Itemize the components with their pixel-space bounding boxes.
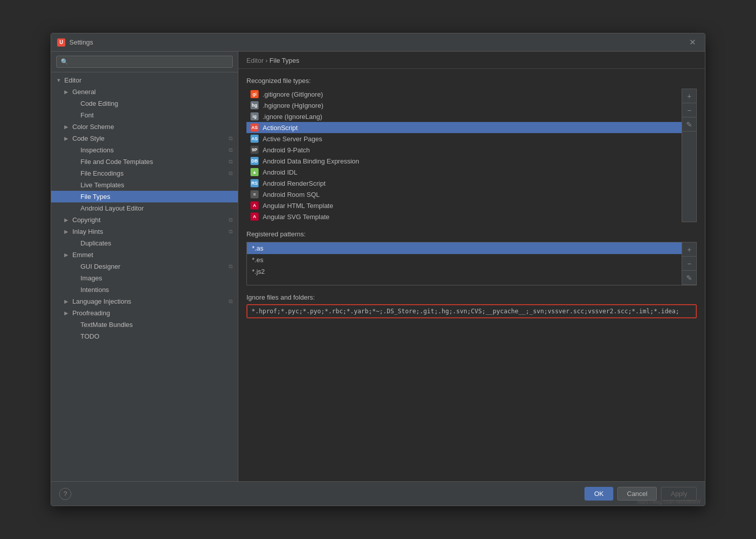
file-type-label-hgignore: .hgignore (HgIgnore) — [263, 102, 323, 109]
sidebar-item-todo[interactable]: TODO — [51, 330, 238, 342]
remove-file-type-button[interactable]: − — [682, 103, 696, 117]
file-type-icon-gitignore: gi — [250, 90, 259, 98]
sidebar-item-file-types[interactable]: File Types — [51, 191, 238, 202]
breadcrumb-separator: › — [266, 57, 270, 64]
sidebar-item-file-encodings[interactable]: File Encodings⧉ — [51, 168, 238, 179]
copy-icon-file-and-code-templates: ⧉ — [229, 158, 233, 165]
sidebar-item-label-duplicates: Duplicates — [80, 239, 111, 247]
sidebar-item-language-injections[interactable]: Language Injections⧉ — [51, 296, 238, 307]
file-type-item-hgignore[interactable]: hg.hgignore (HgIgnore) — [246, 100, 682, 111]
tree-arrow-color-scheme — [64, 124, 70, 130]
sidebar-item-textmate-bundles[interactable]: TextMate Bundles — [51, 319, 238, 330]
search-box — [51, 52, 238, 72]
cancel-button[interactable]: Cancel — [617, 487, 657, 501]
sidebar-item-live-templates[interactable]: Live Templates — [51, 179, 238, 191]
file-type-label-asp: Active Server Pages — [263, 135, 322, 143]
sidebar-item-inlay-hints[interactable]: Inlay Hints⧉ — [51, 226, 238, 237]
sidebar-item-font[interactable]: Font — [51, 109, 238, 121]
tree-arrow-copyright — [64, 217, 70, 223]
add-file-type-button[interactable]: + — [682, 89, 696, 103]
patterns-list[interactable]: *.as*.es*.js2 — [247, 242, 682, 285]
file-types-label: Recognized file types: — [246, 77, 697, 85]
tree-arrow-language-injections — [64, 299, 70, 304]
sidebar-item-android-layout-editor[interactable]: Android Layout Editor — [51, 202, 238, 214]
remove-pattern-button[interactable]: − — [682, 257, 696, 271]
sidebar: EditorGeneralCode EditingFontColor Schem… — [51, 52, 238, 481]
ignore-input[interactable] — [247, 305, 696, 317]
app-icon: U — [57, 38, 65, 47]
file-type-item-renderscript[interactable]: RSAndroid RenderScript — [246, 178, 682, 189]
sidebar-item-label-textmate-bundles: TextMate Bundles — [80, 321, 133, 328]
edit-file-type-button[interactable]: ✎ — [682, 117, 696, 132]
search-input[interactable] — [56, 56, 233, 68]
file-type-item-android9patch[interactable]: 9PAndroid 9-Patch — [246, 144, 682, 155]
close-button[interactable]: ✕ — [686, 36, 699, 48]
file-type-item-actionscript[interactable]: ASActionScript — [246, 122, 682, 133]
sidebar-item-color-scheme[interactable]: Color Scheme — [51, 121, 238, 133]
file-type-label-angular: Angular HTML Template — [263, 202, 333, 210]
sidebar-item-label-font: Font — [80, 111, 94, 119]
sidebar-item-gui-designer[interactable]: GUI Designer⧉ — [51, 261, 238, 272]
file-type-item-gitignore[interactable]: gi.gitignore (GitIgnore) — [246, 89, 682, 100]
tree-arrow-inlay-hints — [64, 229, 70, 234]
title-bar: U Settings ✕ — [51, 33, 705, 52]
sidebar-item-editor[interactable]: Editor — [51, 74, 238, 86]
file-type-icon-android9patch: 9P — [250, 146, 259, 154]
add-pattern-button[interactable]: + — [682, 242, 696, 257]
pattern-item-as[interactable]: *.as — [247, 242, 682, 254]
file-type-label-actionscript: ActionScript — [263, 124, 298, 132]
settings-dialog: U Settings ✕ EditorGeneralCode EditingFo… — [51, 33, 705, 506]
sidebar-item-code-style[interactable]: Code Style⧉ — [51, 133, 238, 144]
sidebar-item-label-inlay-hints: Inlay Hints — [72, 228, 103, 235]
sidebar-item-proofreading[interactable]: Proofreading — [51, 307, 238, 319]
ok-button[interactable]: OK — [584, 487, 613, 501]
breadcrumb: Editor › File Types — [238, 52, 705, 69]
watermark: https://blog.csdn.net/blitheW — [637, 499, 701, 505]
sidebar-item-copyright[interactable]: Copyright⧉ — [51, 214, 238, 226]
file-type-icon-angular: A — [250, 201, 259, 210]
sidebar-item-label-code-style: Code Style — [72, 135, 105, 142]
tree-arrow-editor — [56, 77, 62, 83]
bottom-bar: ? OK Cancel Apply — [51, 481, 705, 506]
help-button[interactable]: ? — [59, 488, 71, 500]
file-type-icon-asp: AS — [250, 135, 259, 143]
sidebar-item-images[interactable]: Images — [51, 272, 238, 284]
copy-icon-inspections: ⧉ — [229, 147, 233, 153]
file-type-item-angularsvg[interactable]: AAngular SVG Template — [246, 211, 682, 222]
file-type-item-databinding[interactable]: DBAndroid Data Binding Expression — [246, 155, 682, 167]
file-type-label-ignore: .ignore (IgnoreLang) — [263, 113, 322, 120]
pattern-item-es[interactable]: *.es — [247, 254, 682, 266]
file-types-controls: + − ✎ — [682, 89, 697, 222]
file-type-item-roomsql[interactable]: ≡Android Room SQL — [246, 189, 682, 200]
panel-content: Recognized file types: gi.gitignore (Git… — [238, 69, 705, 481]
edit-pattern-button[interactable]: ✎ — [682, 271, 696, 285]
sidebar-item-label-inspections: Inspections — [80, 146, 114, 154]
copy-icon-inlay-hints: ⧉ — [229, 228, 233, 235]
apply-button[interactable]: Apply — [661, 487, 697, 501]
file-type-label-android9patch: Android 9-Patch — [263, 146, 310, 154]
copy-icon-gui-designer: ⧉ — [229, 263, 233, 270]
file-type-item-angular[interactable]: AAngular HTML Template — [246, 200, 682, 211]
sidebar-item-file-and-code-templates[interactable]: File and Code Templates⧉ — [51, 156, 238, 168]
file-type-icon-roomsql: ≡ — [250, 190, 259, 198]
file-types-list[interactable]: gi.gitignore (GitIgnore)hg.hgignore (HgI… — [246, 89, 682, 222]
patterns-label: Registered patterns: — [246, 230, 697, 238]
file-type-item-ignore[interactable]: ig.ignore (IgnoreLang) — [246, 111, 682, 122]
sidebar-item-intentions[interactable]: Intentions — [51, 284, 238, 296]
sidebar-item-label-live-templates: Live Templates — [80, 181, 124, 189]
file-type-item-androidIDL[interactable]: ▲Android IDL — [246, 167, 682, 178]
ignore-section: Ignore files and folders: — [246, 294, 697, 318]
file-type-item-asp[interactable]: ASActive Server Pages — [246, 133, 682, 144]
pattern-item-js2[interactable]: *.js2 — [247, 266, 682, 277]
tree-arrow-proofreading — [64, 310, 70, 316]
sidebar-item-code-editing[interactable]: Code Editing — [51, 98, 238, 109]
sidebar-item-general[interactable]: General — [51, 86, 238, 98]
sidebar-item-inspections[interactable]: Inspections⧉ — [51, 144, 238, 156]
sidebar-item-emmet[interactable]: Emmet — [51, 249, 238, 261]
sidebar-item-label-gui-designer: GUI Designer — [80, 263, 120, 270]
file-type-label-gitignore: .gitignore (GitIgnore) — [263, 91, 323, 98]
file-type-label-renderscript: Android RenderScript — [263, 180, 325, 187]
sidebar-item-label-proofreading: Proofreading — [72, 309, 110, 317]
dialog-title: Settings — [69, 38, 686, 46]
sidebar-item-duplicates[interactable]: Duplicates — [51, 237, 238, 249]
